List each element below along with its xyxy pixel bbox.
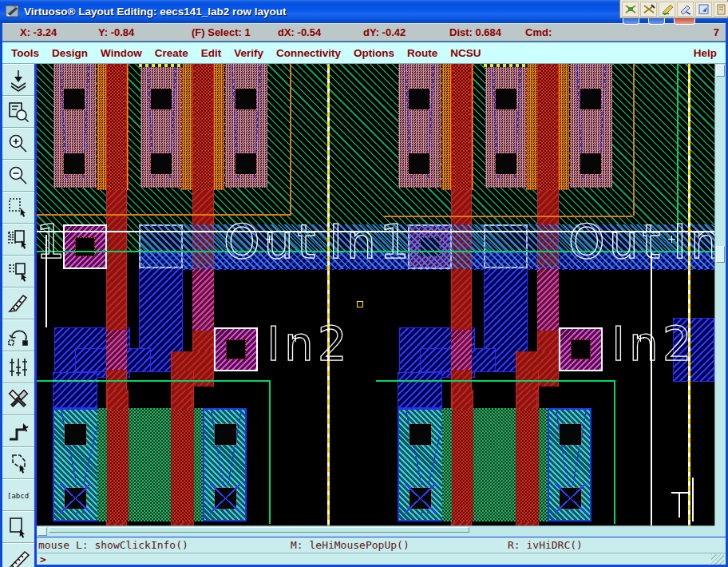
rotate-icon [6, 323, 30, 347]
mouse-status-bar: mouse L: showClickInfo() M: leHiMousePop… [37, 537, 726, 553]
label-icon: [abcd] [6, 483, 30, 507]
zoom-out-icon [6, 164, 30, 188]
select-region-button[interactable] [2, 192, 34, 224]
scrollbar-corner [714, 525, 726, 537]
cell-boundary-line [269, 380, 271, 524]
dashed-boundary-line [53, 380, 99, 382]
layout-canvas[interactable]: In1OutIn1OutInIn2In2 [37, 64, 714, 525]
vertical-scrollbar-anchor[interactable] [716, 246, 725, 263]
canvas-overlay-layer: In1OutIn1OutInIn2In2 [37, 64, 714, 525]
maximize-button[interactable] [648, 18, 665, 25]
menu-ncsu[interactable]: NCSU [450, 47, 481, 59]
close-button[interactable] [674, 18, 695, 25]
status-right-value: 7 [714, 26, 719, 38]
status-field-3: dX: -0.54 [278, 26, 321, 38]
copy-icon [6, 228, 30, 252]
menu-create[interactable]: Create [155, 47, 188, 59]
polygon-button[interactable] [2, 447, 34, 479]
boundary-line [633, 64, 635, 216]
horizontal-scrollbar-thumb[interactable] [49, 527, 469, 533]
copy-button[interactable] [2, 224, 34, 256]
vertical-scrollbar-thumb[interactable] [716, 65, 725, 77]
net-label-out-3: Out [568, 217, 664, 267]
status-field-2: (F) Select: 1 [192, 26, 251, 38]
properties-button[interactable] [2, 351, 34, 383]
descend-button[interactable] [2, 64, 34, 96]
zoom-in-button[interactable] [2, 128, 34, 160]
instance-icon [6, 387, 30, 411]
prompt-text: > [40, 553, 46, 565]
fit-button[interactable] [2, 96, 34, 128]
net-label-in1-2: In1 [329, 217, 413, 267]
svg-text:[abcd]: [abcd] [7, 492, 30, 500]
overlay-tool-5-icon[interactable] [695, 2, 712, 17]
overlay-tool-2-icon[interactable] [640, 2, 657, 17]
boundary-line [290, 64, 291, 216]
wire-icon [6, 291, 30, 315]
marker-line [651, 252, 652, 525]
window-controls [623, 18, 695, 25]
net-label-out-1: Out [224, 217, 319, 267]
menu-window[interactable]: Window [101, 47, 142, 59]
window-title: Virtuoso® Layout Editing: eecs141_lab2 r… [24, 6, 287, 18]
menu-bar: ToolsDesignWindowCreateEditVerifyConnect… [2, 42, 726, 64]
grid-axis-line [688, 64, 690, 525]
properties-icon [6, 355, 30, 379]
vertical-scrollbar[interactable] [714, 64, 726, 525]
virtuoso-app-icon [5, 4, 19, 18]
horizontal-scrollbar[interactable] [37, 525, 714, 537]
net-label-in2-5: In2 [267, 319, 351, 369]
marker-line [679, 494, 680, 517]
select-region-icon [6, 196, 30, 220]
command-prompt[interactable]: > [37, 553, 726, 565]
menu-connectivity[interactable]: Connectivity [276, 47, 341, 59]
move-button[interactable] [2, 256, 34, 287]
wire-button[interactable] [2, 287, 34, 319]
virtuoso-window: Virtuoso® Layout Editing: eecs141_lab2 r… [0, 0, 728, 567]
status-field-6: Cmd: [525, 26, 552, 38]
cursor-marker [357, 301, 363, 307]
status-field-0: X: -3.24 [20, 26, 57, 38]
overlay-tool-1-icon[interactable] [622, 2, 639, 17]
status-field-5: Dist: 0.684 [449, 26, 501, 38]
cell-boundary-line [614, 380, 615, 524]
mouse-left-binding: mouse L: showClickInfo() [38, 539, 188, 551]
rotate-button[interactable] [2, 319, 34, 351]
status-field-1: Y: -0.84 [98, 26, 134, 38]
ruler-icon [6, 547, 30, 567]
overlay-tool-3-icon[interactable] [659, 2, 675, 17]
move-icon [6, 260, 30, 284]
menu-verify[interactable]: Verify [234, 47, 263, 59]
net-label-in1-0: In1 [37, 217, 69, 267]
overlay-tool-4-icon[interactable] [677, 2, 694, 17]
overlay-toolbar[interactable] [619, 0, 728, 18]
label-button[interactable]: [abcd] [2, 479, 34, 511]
cell-boundary-line [376, 380, 614, 382]
rectangle-icon [6, 515, 30, 539]
fit-icon [6, 100, 30, 124]
rectangle-button[interactable] [2, 511, 34, 543]
menu-edit[interactable]: Edit [201, 47, 222, 59]
minimize-button[interactable] [623, 18, 639, 25]
menu-tools[interactable]: Tools [11, 47, 39, 59]
menu-options[interactable]: Options [354, 47, 394, 59]
resize-grip[interactable] [711, 554, 724, 565]
instance-button[interactable] [2, 383, 34, 415]
net-label-in-4: In [673, 217, 714, 267]
zoom-out-button[interactable] [2, 160, 34, 192]
menu-design[interactable]: Design [52, 47, 88, 59]
status-bar: 7 X: -3.24Y: -0.84(F) Select: 1dX: -0.54… [2, 23, 726, 42]
menu-help[interactable]: Help [694, 47, 717, 59]
ruler-button[interactable] [2, 543, 34, 567]
mouse-right-binding: R: ivHiDRC() [508, 539, 583, 551]
path-button[interactable] [2, 415, 34, 447]
polygon-icon [6, 451, 30, 475]
marker-line [692, 478, 694, 521]
menu-route[interactable]: Route [407, 47, 437, 59]
zoom-in-icon [6, 132, 30, 156]
mouse-middle-binding: M: leHiMousePopUp() [291, 539, 410, 551]
overlay-tool-6-icon[interactable] [714, 2, 728, 17]
left-toolbar: [abcd] [2, 64, 34, 567]
grid-axis-line [327, 64, 330, 525]
horizontal-scrollbar-anchor[interactable] [38, 527, 47, 536]
